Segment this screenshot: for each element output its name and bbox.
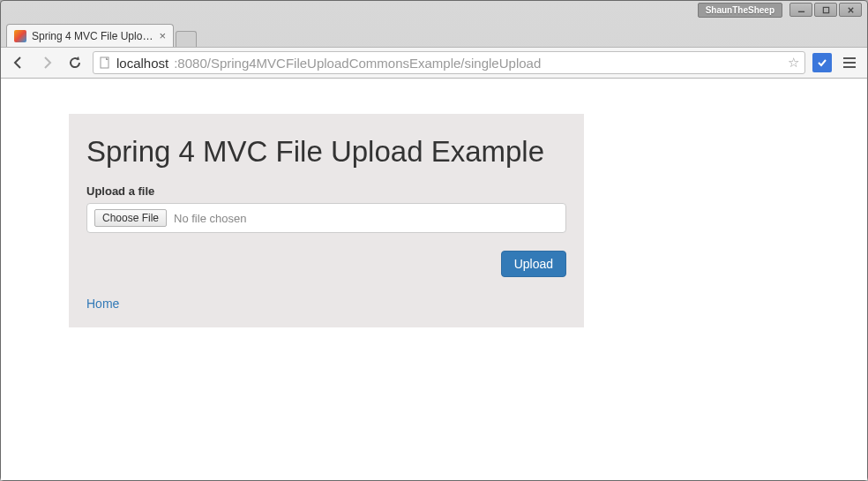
close-icon: [847, 6, 855, 14]
minimize-icon: [797, 6, 805, 14]
window-controls: [789, 3, 862, 17]
tab-close-icon[interactable]: ×: [159, 29, 166, 42]
window-title-bar: ShaunTheSheep: [1, 1, 867, 22]
file-input-wrapper[interactable]: Choose File No file chosen: [86, 203, 566, 233]
bookmark-star-icon[interactable]: ☆: [788, 55, 799, 71]
tab-favicon-icon: [14, 30, 26, 42]
browser-window: ShaunTheSheep Spring 4 MVC File Upload ×: [0, 0, 868, 481]
address-path: :8080/Spring4MVCFileUploadCommonsExample…: [174, 56, 541, 71]
address-host: localhost: [116, 56, 168, 71]
browser-menu-button[interactable]: [839, 52, 860, 73]
hamburger-icon: [843, 62, 856, 64]
upload-panel: Spring 4 MVC File Upload Example Upload …: [69, 114, 584, 327]
tab-strip: Spring 4 MVC File Upload ×: [1, 22, 867, 47]
file-status-text: No file chosen: [174, 212, 246, 225]
choose-file-button[interactable]: Choose File: [94, 209, 167, 227]
tab-title: Spring 4 MVC File Upload: [32, 30, 153, 42]
new-tab-button[interactable]: [176, 31, 197, 47]
forward-button[interactable]: [36, 52, 57, 73]
close-window-button[interactable]: [839, 3, 862, 17]
back-arrow-icon: [11, 56, 26, 70]
button-row: Upload: [86, 251, 566, 277]
file-field-label: Upload a file: [86, 184, 566, 198]
page-title: Spring 4 MVC File Upload Example: [86, 135, 566, 169]
page-icon: [99, 56, 111, 69]
back-button[interactable]: [8, 52, 29, 73]
reload-icon: [68, 56, 82, 70]
maximize-icon: [822, 6, 830, 14]
browser-tab[interactable]: Spring 4 MVC File Upload ×: [6, 24, 174, 47]
reload-button[interactable]: [64, 52, 86, 73]
address-bar[interactable]: localhost:8080/Spring4MVCFileUploadCommo…: [93, 51, 805, 74]
minimize-button[interactable]: [789, 3, 812, 17]
user-badge: ShaunTheSheep: [698, 3, 782, 18]
home-link[interactable]: Home: [86, 297, 119, 311]
browser-toolbar: localhost:8080/Spring4MVCFileUploadCommo…: [1, 47, 867, 79]
upload-button[interactable]: Upload: [501, 251, 566, 277]
forward-arrow-icon: [40, 56, 54, 70]
svg-rect-1: [823, 7, 828, 12]
maximize-button[interactable]: [814, 3, 837, 17]
check-icon: [817, 57, 827, 68]
extension-button[interactable]: [812, 53, 832, 72]
page-viewport: Spring 4 MVC File Upload Example Upload …: [1, 79, 867, 480]
